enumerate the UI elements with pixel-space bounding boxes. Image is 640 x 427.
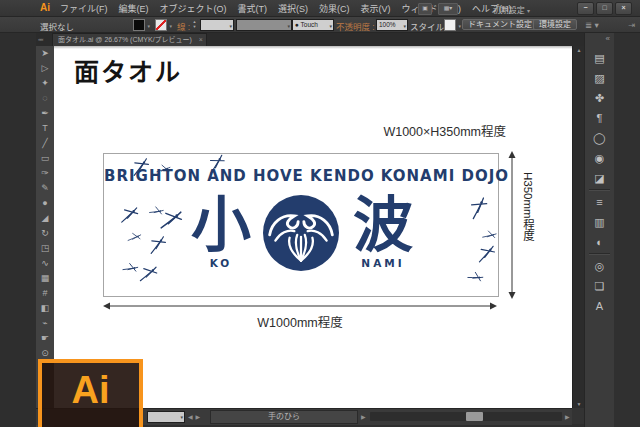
scale-tool[interactable]: ◳ <box>36 241 54 256</box>
dragonfly-icon <box>463 193 494 222</box>
artboard-nav-icons[interactable]: ◀▶ <box>188 413 203 420</box>
status-next-icon[interactable]: ▶ <box>361 413 366 420</box>
stroke-color-swatch[interactable]: ▾ <box>155 19 167 31</box>
minimize-button[interactable]: − <box>577 2 594 15</box>
menu-item-1[interactable]: 編集(E) <box>119 2 149 15</box>
menu-bar: Ai ファイル(F)編集(E)オブジェクト(O)書式(T)選択(S)効果(C)表… <box>0 0 640 17</box>
menu-item-6[interactable]: 表示(V) <box>361 2 391 15</box>
chevron-down-icon: ▾ <box>527 8 530 14</box>
kanji-nami: 波 <box>338 196 428 256</box>
scroll-right-icon[interactable]: ▶ <box>565 413 570 420</box>
chevron-down-icon: ▾ <box>329 22 332 31</box>
rotate-tool[interactable]: ↻ <box>36 226 54 241</box>
swatches-panel-icon[interactable]: ✤ <box>585 88 614 108</box>
color-panel-icon[interactable]: ▤ <box>585 48 614 68</box>
romaji-ko: KO <box>176 257 266 269</box>
character-panel-icon[interactable]: A <box>585 296 614 316</box>
artboard-canvas[interactable]: 面タオル W1000×H350mm程度 BRIGHTON AND HOVE KE… <box>54 46 572 408</box>
kanji-ko: 小 <box>176 196 266 256</box>
opacity-field[interactable]: 100%▾ <box>376 19 408 31</box>
symbols-panel-icon[interactable]: ◉ <box>585 148 614 168</box>
chevron-down-icon: ▾ <box>180 414 183 420</box>
close-button[interactable]: × <box>615 2 632 15</box>
line-segment-tool[interactable]: ╱ <box>36 136 54 151</box>
bridge-icon[interactable]: ▣ <box>418 3 432 15</box>
width-dimension-arrow <box>103 300 497 312</box>
mesh-tool[interactable]: # <box>36 286 54 301</box>
wave-crest-logo <box>263 195 339 271</box>
hand-tool[interactable]: ☛ <box>36 331 54 346</box>
dragonfly-icon <box>481 229 499 243</box>
transparency-panel-icon[interactable]: ◐ <box>585 232 614 252</box>
arrange-documents-icon[interactable]: ▦▾ <box>438 3 458 15</box>
selection-tool[interactable]: ➤ <box>36 46 54 61</box>
window-controls: − □ × <box>577 2 632 15</box>
opacity-label[interactable]: 不透明度 : <box>336 20 375 32</box>
width-tool[interactable]: ∿ <box>36 256 54 271</box>
gradient-panel-icon[interactable]: ▥ <box>585 212 614 232</box>
stroke-weight-label[interactable]: 線 : <box>177 20 190 32</box>
blob-brush-tool[interactable]: ● <box>36 196 54 211</box>
free-transform-tool[interactable]: ▦ <box>36 271 54 286</box>
appearance-panel-icon[interactable]: ◎ <box>585 256 614 276</box>
color-guide-panel-icon[interactable]: ▨ <box>585 68 614 88</box>
variable-width-profile-field[interactable]: ▾ <box>236 19 292 31</box>
height-dimension-arrow <box>506 151 518 299</box>
menu-item-4[interactable]: 選択(S) <box>278 2 308 15</box>
dragonfly-icon <box>144 233 172 257</box>
stroke-panel-icon[interactable]: ◯ <box>585 128 614 148</box>
artboards-panel-icon[interactable]: ◪ <box>585 168 614 188</box>
dock-control-bar-icon[interactable]: ⇥ <box>628 20 635 30</box>
pen-tool[interactable]: ✒ <box>36 106 54 121</box>
document-tab[interactable]: 面タオル.ai @ 26.67% (CMYK/プレビュー) × <box>52 33 207 47</box>
rectangle-tool[interactable]: ▭ <box>36 151 54 166</box>
eyedropper-tool[interactable]: ⌁ <box>36 316 54 331</box>
menu-item-0[interactable]: ファイル(F) <box>60 2 108 15</box>
eraser-tool[interactable]: ◢ <box>36 211 54 226</box>
menu-item-3[interactable]: 書式(T) <box>238 2 268 15</box>
graphic-styles-panel-icon[interactable]: ❏ <box>585 276 614 296</box>
preferences-button[interactable]: 環境設定 <box>533 19 577 30</box>
chevron-down-icon: ▾ <box>403 22 406 31</box>
document-tab-bar: «« 面タオル.ai @ 26.67% (CMYK/プレビュー) × <box>36 33 584 46</box>
pencil-tool[interactable]: ✎ <box>36 181 54 196</box>
app-logo-icon: Ai <box>36 1 54 14</box>
stroke-weight-field[interactable]: ▾ <box>200 19 234 31</box>
magic-wand-tool[interactable]: ✦ <box>36 76 54 91</box>
tab-overflow-icon[interactable]: «« <box>38 36 43 42</box>
illustrator-splash-logo: Ai <box>38 359 143 427</box>
width-dimension-label: W1000mm程度 <box>103 312 497 331</box>
type-tool[interactable]: T <box>36 121 54 136</box>
close-tab-icon[interactable]: × <box>199 34 203 46</box>
workspace-switcher[interactable]: 初期設定 ▾ <box>493 4 530 15</box>
size-note-text: W1000×H350mm程度 <box>332 121 506 140</box>
direct-selection-tool[interactable]: ▷ <box>36 61 54 76</box>
align-menu-icon[interactable]: ≣ ▾ <box>585 20 599 30</box>
horizontal-scrollbar-thumb[interactable] <box>466 412 483 421</box>
brushes-panel-icon[interactable]: ¶ <box>585 108 614 128</box>
opacity-value: 100% <box>379 21 396 28</box>
align-panel-icon[interactable]: ≡ <box>585 192 614 212</box>
menu-item-2[interactable]: オブジェクト(O) <box>160 2 227 15</box>
document-setup-button[interactable]: ドキュメント設定 <box>462 19 538 30</box>
panel-dock: « ▤▨✤¶◯◉◪≡▥◐◎❏A <box>584 33 614 427</box>
paintbrush-tool[interactable]: ✑ <box>36 166 54 181</box>
illustrator-window: Ai ファイル(F)編集(E)オブジェクト(O)書式(T)選択(S)効果(C)表… <box>0 0 640 427</box>
fill-color-swatch[interactable]: ▾ <box>133 19 145 31</box>
lasso-tool[interactable]: ◌ <box>36 91 54 106</box>
graphic-style-swatch[interactable]: ▾ <box>444 19 456 31</box>
brush-definition-field[interactable]: ● Touch Ca...▾ <box>292 19 334 31</box>
scrollbar-corner <box>572 408 584 424</box>
dragonfly-icon <box>136 264 162 284</box>
brush-preset-value: ● Touch Ca... <box>295 21 318 31</box>
gradient-tool[interactable]: ◧ <box>36 301 54 316</box>
expand-panels-icon[interactable]: « <box>606 34 610 43</box>
chevron-down-icon: ▾ <box>229 22 232 31</box>
stroke-weight-stepper[interactable]: ▲▼ <box>191 19 198 29</box>
towel-design-banner: BRIGHTON AND HOVE KENDO KONAMI DOJO 小 KO… <box>103 153 499 297</box>
menu-item-5[interactable]: 効果(C) <box>319 2 350 15</box>
maximize-button[interactable]: □ <box>596 2 613 15</box>
horizontal-scrollbar[interactable] <box>370 412 562 421</box>
zoom-level-field[interactable]: ▾ <box>147 411 185 423</box>
style-label: スタイル : <box>410 20 449 32</box>
